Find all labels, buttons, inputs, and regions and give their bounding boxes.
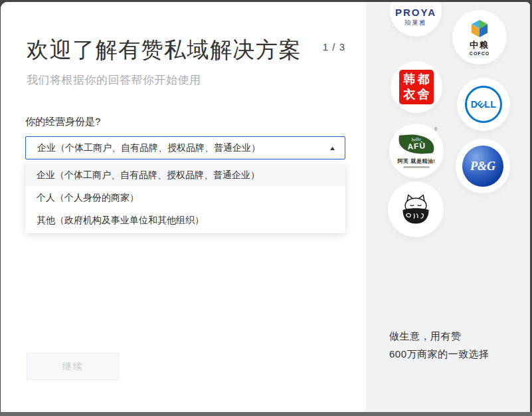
afu-fine-print-line bbox=[403, 166, 430, 168]
handu-yishe-logo: 韩都 衣舍 bbox=[391, 61, 442, 113]
tagline: 做生意，用有赞 600万商家的一致选择 bbox=[389, 327, 489, 363]
cofco-logo: 中粮 COFCO bbox=[452, 10, 507, 64]
cofco-wordmark: COFCO bbox=[470, 51, 489, 56]
afu-leaf-icon: hello AFÙ bbox=[399, 133, 434, 156]
tagline-line2: 600万商家的一致选择 bbox=[389, 345, 489, 363]
select-dropdown: 企业（个体工商户、自有品牌、授权品牌、普通企业） 个人（个人身份的商家） 其他（… bbox=[25, 162, 345, 233]
proya-logo: PROYA 珀莱雅 bbox=[390, 2, 442, 37]
handu-line2: 衣舍 bbox=[402, 87, 432, 102]
pg-logo: P&G bbox=[456, 139, 510, 193]
registered-trademark-icon: ® bbox=[434, 127, 438, 132]
afu-wordmark: AFÙ bbox=[407, 141, 426, 152]
select-value: 企业（个体工商户、自有品牌、授权品牌、普通企业） bbox=[37, 142, 329, 154]
afu-slogan: 阿芙 就是精油! bbox=[398, 157, 436, 165]
page-subtitle: 我们将根据你的回答帮你开始使用 bbox=[27, 72, 201, 88]
tagline-line1: 做生意，用有赞 bbox=[389, 327, 489, 345]
option-enterprise[interactable]: 企业（个体工商户、自有品牌、授权品牌、普通企业） bbox=[25, 163, 345, 186]
handu-line1: 韩都 bbox=[402, 72, 432, 87]
dell-ring-icon: DELL bbox=[465, 86, 502, 123]
continue-button[interactable]: 继续 bbox=[27, 353, 119, 380]
onboarding-dialog: 欢迎了解有赞私域解决方案 1 / 3 我们将根据你的回答帮你开始使用 你的经营身… bbox=[1, 2, 530, 412]
option-individual[interactable]: 个人（个人身份的商家） bbox=[25, 186, 345, 209]
window-bottom-edge bbox=[0, 412, 532, 416]
step-indicator: 1 / 3 bbox=[323, 41, 345, 52]
dell-logo: DELL bbox=[457, 78, 510, 131]
cat-brand-logo bbox=[388, 181, 444, 237]
survey-panel: 欢迎了解有赞私域解决方案 1 / 3 我们将根据你的回答帮你开始使用 你的经营身… bbox=[1, 2, 366, 412]
question-label: 你的经营身份是? bbox=[25, 116, 100, 128]
business-identity-select[interactable]: 企业（个体工商户、自有品牌、授权品牌、普通企业） ▲ bbox=[25, 136, 345, 159]
cofco-chinese-name: 中粮 bbox=[470, 39, 489, 51]
afu-logo: hello AFÙ ® 阿芙 就是精油! bbox=[389, 124, 444, 178]
proya-wordmark: PROYA bbox=[395, 7, 436, 18]
brand-showcase-panel: PROYA 珀莱雅 中粮 COFCO 韩都 衣舍 DELL hello bbox=[366, 2, 530, 412]
handu-red-seal-icon: 韩都 衣舍 bbox=[399, 70, 434, 104]
pg-sphere-icon: P&G bbox=[462, 146, 503, 187]
pg-wordmark: P&G bbox=[470, 159, 495, 173]
caret-up-icon: ▲ bbox=[329, 145, 337, 152]
proya-chinese-name: 珀莱雅 bbox=[405, 19, 427, 27]
option-other[interactable]: 其他（政府机构及事业单位和其他组织） bbox=[25, 209, 345, 231]
page-title: 欢迎了解有赞私域解决方案 bbox=[27, 35, 345, 65]
cat-mascot-icon bbox=[397, 191, 434, 228]
cofco-cube-icon bbox=[469, 19, 490, 38]
